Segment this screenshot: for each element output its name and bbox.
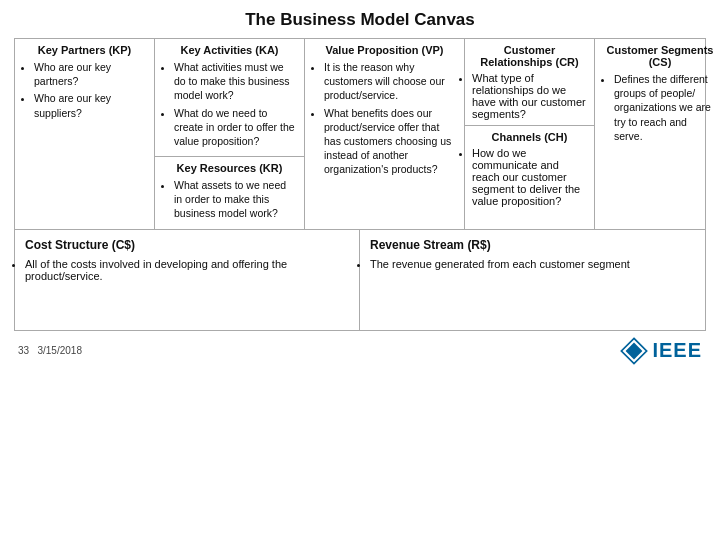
kr-header: Key Resources (KR)	[162, 162, 297, 174]
ch-list: How do we communicate and reach our cust…	[472, 147, 587, 207]
cs-header: Customer Segments (CS)	[602, 44, 718, 68]
ch-header: Channels (CH)	[472, 131, 587, 143]
cs-cell: Customer Segments (CS) Defines the diffe…	[595, 39, 720, 229]
list-item: All of the costs involved in developing …	[25, 258, 349, 282]
ka-header: Key Activities (KA)	[162, 44, 297, 56]
ka-section: Key Activities (KA) What activities must…	[155, 39, 304, 157]
bottom-grid: Cost Structure (C$) All of the costs inv…	[15, 230, 705, 330]
list-item: What type of relationships do we have wi…	[472, 72, 587, 120]
footer: 33 3/15/2018 IEEE	[14, 337, 706, 365]
list-item: What activities must we do to make this …	[174, 60, 297, 103]
canvas-wrapper: Key Partners (KP) Who are our key partne…	[14, 38, 706, 331]
kp-cell: Key Partners (KP) Who are our key partne…	[15, 39, 155, 229]
list-item: How do we communicate and reach our cust…	[472, 147, 587, 207]
top-grid: Key Partners (KP) Who are our key partne…	[15, 39, 705, 230]
vp-header: Value Proposition (VP)	[312, 44, 457, 56]
page-number: 33	[18, 345, 29, 356]
vp-cell: Value Proposition (VP) It is the reason …	[305, 39, 465, 229]
kp-header: Key Partners (KP)	[22, 44, 147, 56]
list-item: Defines the different groups of people/ …	[614, 72, 718, 143]
ieee-diamond-icon	[620, 337, 648, 365]
revenue-cell: Revenue Stream (R$) The revenue generate…	[360, 230, 705, 330]
date: 3/15/2018	[37, 345, 82, 356]
footer-left: 33 3/15/2018	[18, 345, 82, 356]
cr-list: What type of relationships do we have wi…	[472, 72, 587, 120]
kr-section: Key Resources (KR) What assets to we nee…	[155, 157, 304, 229]
page-title: The Business Model Canvas	[14, 10, 706, 30]
cost-header: Cost Structure (C$)	[25, 238, 349, 252]
kr-list: What assets to we need in order to make …	[162, 178, 297, 221]
list-item: Who are our key suppliers?	[34, 91, 147, 119]
list-item: What benefits does our product/service o…	[324, 106, 457, 177]
ch-section: Channels (CH) How do we communicate and …	[465, 126, 594, 212]
ka-kr-cell: Key Activities (KA) What activities must…	[155, 39, 305, 229]
cr-ch-cell: Customer Relationships (CR) What type of…	[465, 39, 595, 229]
cr-header: Customer Relationships (CR)	[472, 44, 587, 68]
revenue-header: Revenue Stream (R$)	[370, 238, 695, 252]
cost-list: All of the costs involved in developing …	[25, 258, 349, 282]
vp-list: It is the reason why customers will choo…	[312, 60, 457, 176]
list-item: What do we need to create in order to of…	[174, 106, 297, 149]
revenue-list: The revenue generated from each customer…	[370, 258, 695, 270]
list-item: What assets to we need in order to make …	[174, 178, 297, 221]
list-item: Who are our key partners?	[34, 60, 147, 88]
kp-list: Who are our key partners? Who are our ke…	[22, 60, 147, 123]
ieee-label: IEEE	[652, 339, 702, 362]
cs-list: Defines the different groups of people/ …	[602, 72, 718, 143]
cost-cell: Cost Structure (C$) All of the costs inv…	[15, 230, 360, 330]
ieee-logo: IEEE	[620, 337, 702, 365]
list-item: It is the reason why customers will choo…	[324, 60, 457, 103]
list-item: The revenue generated from each customer…	[370, 258, 695, 270]
cr-section: Customer Relationships (CR) What type of…	[465, 39, 594, 126]
ka-list: What activities must we do to make this …	[162, 60, 297, 148]
